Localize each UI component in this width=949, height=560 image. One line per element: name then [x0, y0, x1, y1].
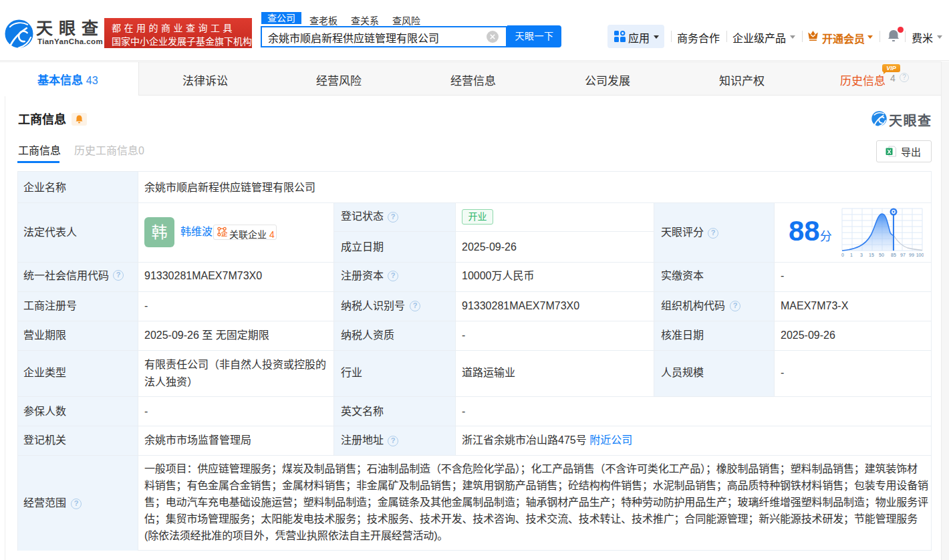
svg-text:100: 100 — [916, 253, 924, 257]
svg-text:50: 50 — [879, 253, 884, 257]
svg-text:99: 99 — [909, 253, 914, 257]
svg-text:85: 85 — [891, 253, 896, 257]
svg-text:97: 97 — [900, 253, 906, 257]
svg-text:0: 0 — [841, 253, 844, 257]
svg-text:3: 3 — [860, 253, 863, 257]
svg-text:企: 企 — [221, 230, 228, 237]
svg-text:1: 1 — [850, 253, 853, 257]
svg-text:15: 15 — [869, 253, 874, 257]
